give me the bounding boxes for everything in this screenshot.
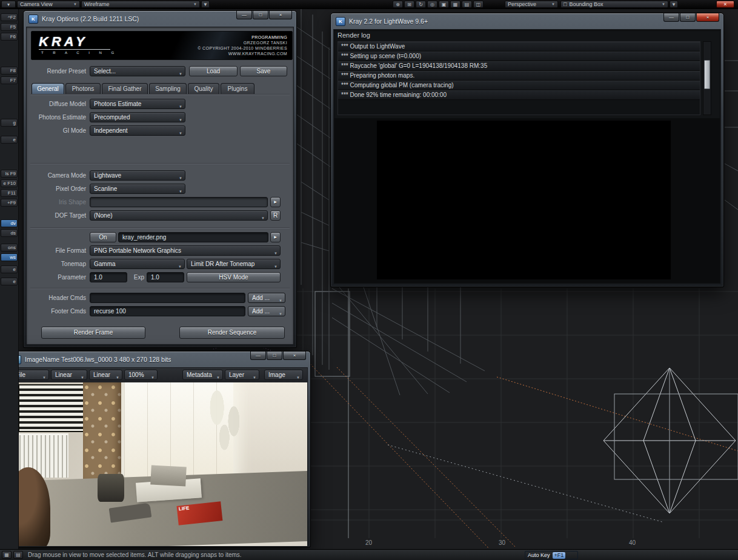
sidebar-item[interactable]: F11 <box>1 189 18 197</box>
image-dropdown[interactable]: Image ▼ <box>264 370 303 380</box>
close-button[interactable]: × <box>696 13 719 22</box>
dof-target-select[interactable]: (None) ▼ <box>90 210 268 221</box>
perspective-dropdown[interactable]: Perspective ▼ <box>505 1 558 8</box>
sidebar-item[interactable]: g <box>1 119 18 127</box>
sidebar-item[interactable]: e <box>1 136 18 144</box>
footer-cmds-field[interactable]: recurse 100 <box>90 306 245 316</box>
tab-plugins[interactable]: Plugins <box>221 83 254 94</box>
output-file-browse-button[interactable]: ▶ <box>270 232 281 242</box>
divider <box>30 227 290 228</box>
left-toolbar: ^F2 F5 F6 F8 F7 g e ls F9 e F10 F11 +F9 … <box>0 8 19 549</box>
hsv-mode-button[interactable]: HSV Mode <box>187 272 281 282</box>
render-log-list[interactable]: *** Output to LightWave *** Setting up s… <box>337 41 700 115</box>
zoom-icon[interactable]: ◎ <box>427 1 437 8</box>
render-canvas <box>377 121 671 279</box>
minimize-button[interactable]: — <box>250 352 266 360</box>
exp-field[interactable]: 1.0 <box>147 272 184 282</box>
sidebar-item[interactable]: F6 <box>1 33 18 41</box>
render-preset-select[interactable]: Select... ▼ <box>90 66 185 76</box>
tab-sampling[interactable]: Sampling <box>149 83 187 94</box>
window-title: Kray Options (2.2 Build 1211 LSC) <box>42 15 139 22</box>
sidebar-item[interactable]: F7 <box>1 76 18 84</box>
sidebar-item[interactable]: +F9 <box>1 199 18 207</box>
sidebar-item[interactable]: dv <box>1 219 18 227</box>
grid-icon[interactable]: ⊞ <box>404 1 414 8</box>
sidebar-item[interactable]: e <box>1 278 18 285</box>
photons-estimate-select[interactable]: Precomputed ▼ <box>90 112 185 122</box>
metadata-dropdown[interactable]: Metadata ▼ <box>182 370 223 380</box>
save-button[interactable]: Save <box>240 66 287 76</box>
tab-general[interactable]: General <box>32 83 64 94</box>
display-options-icon[interactable]: ▼ <box>670 1 678 8</box>
tab-photons[interactable]: Photons <box>65 83 101 94</box>
maximize-button[interactable]: □ <box>267 352 282 360</box>
output-on-button[interactable]: On <box>90 232 116 242</box>
log-scrollbar[interactable] <box>703 41 711 115</box>
render-mode-dropdown[interactable]: Wireframe ▼ <box>81 1 200 8</box>
camera-view-dropdown[interactable]: Camera View ▼ <box>17 1 80 8</box>
log-row: *** Done 92% time remaining: 00:00:00 <box>338 90 700 100</box>
header-add-dropdown[interactable]: Add ... ▼ <box>248 293 285 303</box>
close-button[interactable]: × <box>283 352 306 360</box>
file-format-select[interactable]: PNG Portable Network Graphics ▼ <box>90 245 281 256</box>
render-frame-button[interactable]: Render Frame <box>41 327 145 339</box>
sidebar-item[interactable]: e <box>1 265 18 273</box>
colorspace-dropdown-2[interactable]: Linear ▼ <box>89 370 122 380</box>
chevron-down-icon: ▼ <box>279 310 282 316</box>
pan-icon[interactable]: ⊕ <box>393 1 403 8</box>
tab-final-gather[interactable]: Final Gather <box>102 83 148 94</box>
sidebar-item[interactable]: e F10 <box>1 179 18 187</box>
kray-options-window: K Kray Options (2.2 Build 1211 LSC) — □ … <box>23 10 297 348</box>
sidebar-item[interactable]: ls F9 <box>1 170 18 178</box>
camera-mode-select[interactable]: Lightwave ▼ <box>90 170 185 181</box>
app-close-button[interactable]: × <box>716 1 734 8</box>
layer-dropdown[interactable]: Layer ▼ <box>225 370 259 380</box>
sidebar-item[interactable]: ^F2 <box>1 13 18 21</box>
maximize-button[interactable]: □ <box>680 13 696 22</box>
chevron-down-icon: ▼ <box>662 2 665 6</box>
rotate-view-icon[interactable]: ↻ <box>416 1 426 8</box>
close-button[interactable]: × <box>269 11 292 19</box>
footer-add-dropdown[interactable]: Add ... ▼ <box>248 306 285 316</box>
load-button[interactable]: Load <box>189 66 238 76</box>
tab-quality[interactable]: Quality <box>188 83 219 94</box>
grid-snap-icon[interactable]: ▦ <box>2 551 12 559</box>
sidebar-item[interactable]: ds <box>1 229 18 237</box>
viewport-menu-icon[interactable]: ▾ <box>1 1 16 8</box>
header-cmds-field[interactable] <box>90 293 245 303</box>
sidebar-item[interactable]: F5 <box>1 23 18 31</box>
colorspace-dropdown[interactable]: Linear ▼ <box>51 370 87 380</box>
dof-refresh-button[interactable]: R <box>270 210 281 221</box>
chevron-down-icon: ▾ <box>7 2 10 7</box>
edit-mode-icon[interactable]: ▤ <box>13 551 23 559</box>
layers-icon[interactable]: ▤ <box>462 1 472 8</box>
tonemap-select[interactable]: Gamma ▼ <box>90 259 185 269</box>
minimize-button[interactable]: — <box>236 11 252 19</box>
viewport-options-icon[interactable]: ▼ <box>201 1 210 8</box>
render-sequence-button[interactable]: Render Sequence <box>179 327 285 339</box>
camera-icon[interactable]: ▣ <box>439 1 449 8</box>
maximize-button[interactable]: □ <box>253 11 268 19</box>
auto-key-button[interactable]: Auto Key +F1 <box>525 551 578 559</box>
sidebar-item[interactable]: F8 <box>1 67 18 75</box>
zoom-dropdown[interactable]: 100% ▼ <box>124 370 158 380</box>
pattern-icon[interactable]: ▦ <box>450 1 460 8</box>
limit-dr-select[interactable]: Limit DR After Tonemap ▼ <box>187 259 281 269</box>
output-filename-field[interactable]: kray_render.png <box>118 232 268 242</box>
pixel-order-select[interactable]: Scanline ▼ <box>90 184 185 194</box>
sidebar-item[interactable]: ws <box>1 253 18 261</box>
pixel-order-label: Pixel Order <box>27 184 86 194</box>
image-box <box>150 465 187 486</box>
chevron-down-icon: ▼ <box>73 2 77 6</box>
bounding-box-dropdown[interactable]: □ Bounding Box ▼ <box>560 1 668 8</box>
iris-shape-expand-button[interactable]: ▶ <box>270 197 281 207</box>
minimize-button[interactable]: — <box>663 13 679 22</box>
split-view-icon[interactable]: ◫ <box>473 1 484 8</box>
scrollbar-thumb[interactable] <box>704 60 710 89</box>
status-message: Drag mouse in view to move selected item… <box>28 552 242 558</box>
parameter-field[interactable]: 1.0 <box>90 272 127 282</box>
gi-mode-select[interactable]: Independent ▼ <box>90 125 185 136</box>
footer-cmds-label: Footer Cmds <box>27 306 86 316</box>
diffuse-model-select[interactable]: Photons Estimate ▼ <box>90 99 185 109</box>
sidebar-item[interactable]: ons <box>1 244 18 252</box>
